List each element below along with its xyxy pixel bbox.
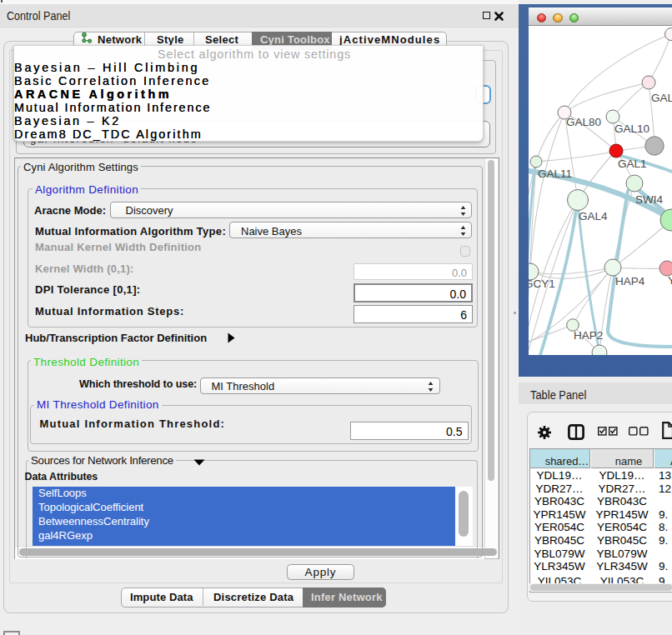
svg-text:YDR27…: YDR27… [598,482,645,495]
svg-text:YBR045C: YBR045C [597,534,647,547]
svg-text:GAL11: GAL11 [538,168,572,180]
svg-text:Y: Y [668,274,672,287]
svg-text:GAL80: GAL80 [566,116,601,128]
svg-text:13: 13 [659,469,671,482]
svg-text:YER054C: YER054C [534,521,584,533]
svg-text:GAL1: GAL1 [618,158,647,170]
svg-text:GAL4: GAL4 [579,210,608,222]
svg-text:YIL053C: YIL053C [600,575,644,583]
svg-text:12: 12 [659,482,671,495]
svg-text:HAP4: HAP4 [615,275,645,288]
svg-text:9.: 9. [659,508,668,521]
svg-text:YDL19…: YDL19… [537,469,583,482]
svg-text:YLR345W: YLR345W [596,560,648,572]
svg-text:GAL: GAL [651,92,672,104]
svg-text:GCY1: GCY1 [529,278,555,290]
svg-text:8.: 8. [659,521,668,533]
svg-text:9.: 9. [659,575,668,583]
svg-text:YPR145W: YPR145W [533,508,585,521]
svg-text:YPR145W: YPR145W [595,508,648,521]
svg-text:YBL079W: YBL079W [534,548,585,560]
svg-text:YBR045C: YBR045C [534,534,584,547]
svg-text:9.: 9. [659,534,668,547]
svg-text:YDL19…: YDL19… [599,469,645,482]
svg-text:9.: 9. [659,560,668,572]
svg-text:YBL079W: YBL079W [597,548,648,560]
svg-text:YDR27…: YDR27… [535,482,583,495]
svg-text:GAL10: GAL10 [614,122,649,135]
svg-text:YBR043C: YBR043C [597,495,647,508]
svg-text:HAP2: HAP2 [574,329,603,342]
svg-text:YER054C: YER054C [597,521,647,533]
svg-text:YBR043C: YBR043C [534,495,584,508]
svg-text:YLR345W: YLR345W [534,560,585,572]
svg-text:SWI4: SWI4 [635,193,663,206]
svg-text:YIL053C: YIL053C [538,575,582,583]
